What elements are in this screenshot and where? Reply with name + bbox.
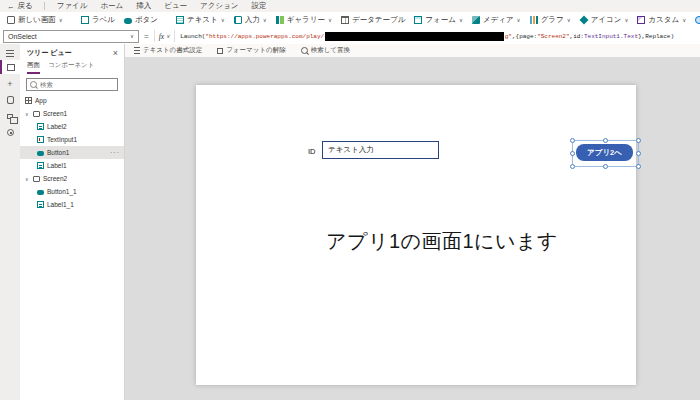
selection-handle[interactable]	[570, 151, 575, 156]
formula-url-end: g"	[505, 33, 512, 40]
button-button[interactable]: ボタン	[124, 15, 158, 25]
media-label: メディア	[483, 15, 514, 25]
tree-item-button1[interactable]: Button1 ···	[20, 146, 124, 159]
menu-item-action[interactable]: アクション	[199, 0, 239, 13]
custom-label: カスタム	[648, 15, 679, 25]
tree-item-label: Screen1	[43, 110, 67, 117]
chevron-down-icon: ∨	[328, 17, 332, 23]
media-menu[interactable]: メディア ∨	[472, 15, 521, 25]
formula-screen-string: "Screen2"	[537, 33, 569, 40]
tree-item-textinput1[interactable]: TextInput1	[20, 133, 124, 146]
tree-item-screen1[interactable]: ∨ Screen1	[20, 107, 124, 120]
find-replace-button[interactable]: 検索して置換	[301, 46, 350, 55]
back-button[interactable]: ← 戻る	[7, 1, 33, 11]
menu-item-settings[interactable]: 設定	[251, 0, 268, 13]
formula-format-bar: テキストの書式設定 フォーマットの解除 検索して置換	[125, 44, 700, 57]
app2-button[interactable]: アプリ2へ	[576, 144, 633, 161]
text-menu[interactable]: テキスト ∨	[176, 15, 225, 25]
tree-item-label: TextInput1	[47, 136, 77, 143]
remove-format-button[interactable]: フォーマットの解除	[217, 46, 285, 55]
tree-item-label2[interactable]: Label2	[20, 120, 124, 133]
chart-icon	[530, 16, 538, 24]
text-icon	[176, 16, 184, 24]
selection-handle[interactable]	[636, 138, 641, 143]
tree-view-button[interactable]	[0, 60, 20, 74]
formula-control-ref: TextInput1.Text	[584, 33, 638, 40]
insert-panel-button[interactable]: +	[0, 77, 20, 91]
ai-builder-menu[interactable]: AI Builder ∨	[695, 16, 700, 25]
input-label: 入力	[245, 15, 260, 25]
tab-components[interactable]: コンポーネント	[48, 61, 94, 74]
close-icon[interactable]: ×	[113, 49, 118, 58]
data-table-icon	[341, 16, 349, 24]
chart-menu[interactable]: グラフ ∨	[530, 15, 571, 25]
custom-menu[interactable]: カスタム ∨	[637, 15, 686, 25]
form-menu[interactable]: フォーム ∨	[414, 15, 463, 25]
tree-search-box	[26, 78, 118, 91]
data-table-button[interactable]: データテーブル	[341, 15, 405, 25]
new-screen-button[interactable]: 新しい画面 ∨	[7, 15, 63, 25]
icons-label: アイコン	[591, 15, 622, 25]
format-text-label: テキストの書式設定	[143, 46, 202, 55]
chevron-down-icon: ∨	[517, 17, 521, 23]
selection-handle[interactable]	[603, 138, 608, 143]
find-replace-label: 検索して置換	[311, 46, 350, 55]
insert-ribbon: 新しい画面 ∨ ラベル ボタン テキスト ∨ 入力 ∨ ギャラリー ∨ データテ…	[0, 12, 700, 29]
tree-item-button1-1[interactable]: Button1_1	[20, 185, 124, 198]
text-label: テキスト	[187, 15, 218, 25]
insert-icon: +	[7, 80, 12, 89]
menu-divider	[44, 2, 45, 10]
gallery-menu[interactable]: ギャラリー ∨	[276, 15, 332, 25]
tree-item-label: Label2	[47, 123, 67, 130]
back-arrow-icon: ←	[7, 2, 15, 11]
chevron-down-icon: ∨	[130, 33, 134, 39]
selection-handle[interactable]	[636, 151, 641, 156]
menu-item-view[interactable]: ビュー	[163, 0, 188, 13]
tree-item-label: Label1_1	[47, 201, 74, 208]
property-selector-value: OnSelect	[8, 33, 37, 40]
menu-item-insert[interactable]: 挿入	[135, 0, 152, 13]
canvas-text-input[interactable]: テキスト入力	[322, 141, 439, 159]
icons-menu[interactable]: アイコン ∨	[580, 15, 629, 25]
advanced-tools-icon	[7, 129, 14, 136]
ai-builder-icon	[695, 16, 700, 24]
ellipsis-menu-icon[interactable]: ···	[110, 149, 124, 156]
tab-screens[interactable]: 画面	[27, 61, 40, 74]
formula-input[interactable]: Launch( "https://apps.powerapps.com/play…	[180, 32, 674, 41]
menu-item-home[interactable]: ホーム	[99, 0, 124, 13]
search-icon	[30, 81, 37, 88]
equals-sign: =	[144, 32, 149, 41]
chevron-down-icon[interactable]: ∨	[25, 111, 30, 117]
format-text-button[interactable]: テキストの書式設定	[134, 46, 202, 55]
menu-item-file[interactable]: ファイル	[56, 0, 89, 13]
advanced-tools-button[interactable]	[0, 125, 20, 139]
chart-label: グラフ	[541, 15, 564, 25]
form-label: フォーム	[425, 15, 456, 25]
chevron-down-icon: ∨	[624, 17, 628, 23]
selection-handle[interactable]	[570, 138, 575, 143]
remove-format-label: フォーマットの解除	[226, 46, 285, 55]
selection-handle[interactable]	[570, 164, 575, 169]
data-panel-button[interactable]	[0, 93, 20, 107]
hamburger-menu-button[interactable]	[0, 46, 20, 60]
selection-handle[interactable]	[603, 164, 608, 169]
button-icon	[124, 18, 132, 24]
media-panel-button[interactable]	[0, 109, 20, 123]
search-input[interactable]	[40, 81, 114, 88]
fx-button[interactable]: fx ∨	[154, 30, 175, 42]
tree-view-panel: ツリー ビュー × 画面 コンポーネント App ∨ Screen1 Label…	[20, 44, 125, 400]
input-menu[interactable]: 入力 ∨	[234, 15, 267, 25]
tree-item-screen2[interactable]: ∨ Screen2	[20, 172, 124, 185]
screen1-artboard[interactable]: ID テキスト入力 アプリ2へ アプリ1の画面1にいます	[196, 85, 636, 385]
tree-item-label1-1[interactable]: Label1_1	[20, 198, 124, 211]
tree-item-app[interactable]: App	[20, 94, 124, 107]
property-selector[interactable]: OnSelect ∨	[3, 30, 139, 43]
icons-icon	[579, 15, 588, 24]
tree-view-icon	[7, 64, 15, 71]
tree-item-label1[interactable]: Label1	[20, 159, 124, 172]
tree-item-label: Label1	[47, 162, 67, 169]
chevron-down-icon[interactable]: ∨	[25, 176, 30, 182]
selection-handle[interactable]	[636, 164, 641, 169]
tree-view-title: ツリー ビュー	[27, 48, 72, 58]
label-button[interactable]: ラベル	[81, 15, 115, 25]
